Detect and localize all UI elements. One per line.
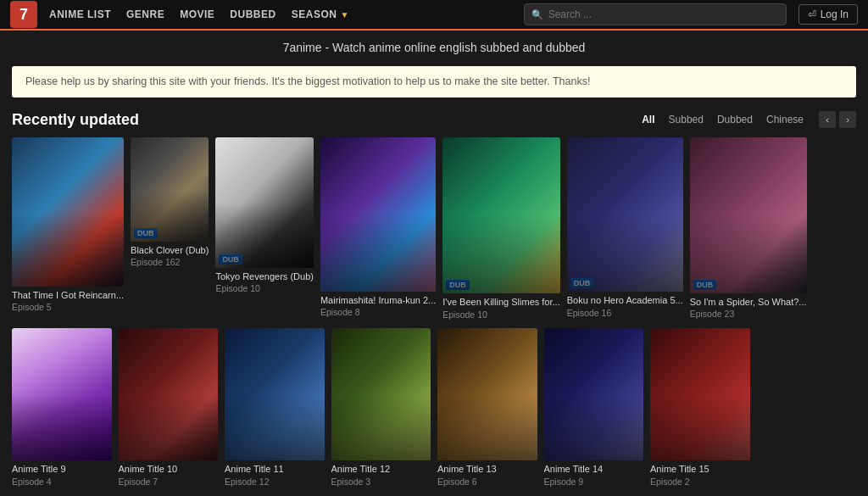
card-episode: Episode 6 <box>437 476 537 487</box>
card-title: Black Clover (Dub) <box>131 244 209 256</box>
card-info: Black Clover (Dub) Episode 162 <box>131 242 209 267</box>
card-title: Tokyo Revengers (Dub) <box>215 270 314 282</box>
site-logo[interactable]: 7 <box>10 1 37 28</box>
anime-card[interactable]: Anime Title 15 Episode 2 <box>650 328 750 487</box>
anime-card[interactable]: Anime Title 9 Episode 4 <box>12 328 112 487</box>
card-info: Anime Title 13 Episode 6 <box>437 460 537 486</box>
card-episode: Episode 16 <box>567 308 683 318</box>
card-title: I've Been Killing Slimes for... <box>442 296 559 308</box>
dub-badge: DUB <box>570 278 594 288</box>
nav-season[interactable]: SEASON ▼ <box>292 8 349 20</box>
anime-thumb: DUB <box>690 137 807 293</box>
thumb-inner <box>567 137 683 293</box>
card-info: Boku no Hero Academia 5... Episode 16 <box>567 292 683 317</box>
filter-subbed[interactable]: Subbed <box>665 112 707 127</box>
card-info: So I'm a Spider, So What?... Episode 23 <box>690 293 807 319</box>
anime-thumb <box>12 137 124 287</box>
anime-thumb <box>119 328 219 461</box>
card-info: That Time I Got Reincarn... Episode 5 <box>12 287 124 312</box>
anime-grid-row2: Anime Title 9 Episode 4 Anime Title 10 E… <box>12 328 856 487</box>
card-episode: Episode 2 <box>650 476 750 487</box>
filter-dubbed[interactable]: Dubbed <box>714 112 756 127</box>
card-info: Tokyo Revengers (Dub) Episode 10 <box>215 268 314 293</box>
anime-card[interactable]: DUB Black Clover (Dub) Episode 162 <box>131 137 209 320</box>
nav-anime-list[interactable]: ANIME LIST <box>49 8 111 20</box>
prev-arrow[interactable]: ‹ <box>819 111 836 128</box>
recently-updated-section: Recently updated All Subbed Dubbed Chine… <box>0 103 868 496</box>
card-info: Mairimashita! Iruma-kun 2... Episode 8 <box>320 292 436 317</box>
card-episode: Episode 8 <box>320 307 436 317</box>
next-arrow[interactable]: › <box>839 111 856 128</box>
filter-chinese[interactable]: Chinese <box>763 112 807 127</box>
card-title: Boku no Hero Academia 5... <box>567 294 683 306</box>
card-info: Anime Title 14 Episode 9 <box>544 460 644 486</box>
dub-badge: DUB <box>693 280 717 290</box>
anime-card[interactable]: Anime Title 10 Episode 7 <box>119 328 219 487</box>
dub-badge: DUB <box>219 254 242 265</box>
nav-genre[interactable]: GENRE <box>126 8 164 20</box>
site-title: 7anime - Watch anime online english subb… <box>0 31 868 61</box>
card-episode: Episode 4 <box>12 476 112 487</box>
navbar: 7 ANIME LIST GENRE MOVIE DUBBED SEASON ▼… <box>0 0 868 31</box>
card-episode: Episode 10 <box>215 283 314 293</box>
card-episode: Episode 3 <box>331 476 431 487</box>
anime-card[interactable]: Anime Title 13 Episode 6 <box>437 328 537 487</box>
card-episode: Episode 5 <box>12 302 124 312</box>
thumb-inner <box>650 328 750 461</box>
thumb-inner <box>225 328 325 461</box>
section-header: Recently updated All Subbed Dubbed Chine… <box>12 111 856 129</box>
login-button[interactable]: ⏎ Log In <box>798 4 858 25</box>
nav-movie[interactable]: MOVIE <box>180 8 214 20</box>
search-icon: 🔍 <box>531 9 543 20</box>
anime-card[interactable]: That Time I Got Reincarn... Episode 5 <box>12 137 124 320</box>
card-info: Anime Title 11 Episode 12 <box>225 460 325 486</box>
anime-card[interactable]: Anime Title 12 Episode 3 <box>331 328 431 487</box>
nav-links: ANIME LIST GENRE MOVIE DUBBED SEASON ▼ <box>49 8 349 20</box>
anime-thumb: DUB <box>215 137 314 268</box>
anime-card[interactable]: DUB I've Been Killing Slimes for... Epis… <box>442 137 559 320</box>
card-info: I've Been Killing Slimes for... Episode … <box>442 293 559 319</box>
section-title: Recently updated <box>12 111 139 129</box>
filter-tabs: All Subbed Dubbed Chinese ‹ › <box>638 111 856 128</box>
anime-card[interactable]: DUB So I'm a Spider, So What?... Episode… <box>690 137 807 320</box>
thumb-inner <box>331 328 431 461</box>
thumb-inner <box>12 137 124 287</box>
thumb-inner <box>119 328 219 461</box>
anime-thumb: DUB <box>131 137 209 242</box>
card-title: Mairimashita! Iruma-kun 2... <box>320 294 436 306</box>
anime-thumb <box>225 328 325 461</box>
anime-thumb: DUB <box>442 137 559 294</box>
card-title: Anime Title 15 <box>650 463 750 475</box>
dub-badge: DUB <box>446 280 470 290</box>
anime-grid-row1: That Time I Got Reincarn... Episode 5 DU… <box>12 137 856 320</box>
card-title: Anime Title 12 <box>331 463 431 475</box>
season-dropdown-icon: ▼ <box>340 10 348 20</box>
nav-arrows: ‹ › <box>819 111 856 128</box>
anime-thumb <box>12 328 112 461</box>
thumb-inner <box>442 137 559 294</box>
thumb-inner <box>437 328 537 461</box>
card-title: Anime Title 9 <box>12 463 112 475</box>
anime-card[interactable]: Mairimashita! Iruma-kun 2... Episode 8 <box>320 137 436 320</box>
card-info: Anime Title 10 Episode 7 <box>119 460 219 486</box>
anime-thumb: DUB <box>567 137 683 293</box>
card-episode: Episode 12 <box>225 476 325 487</box>
anime-card[interactable]: Anime Title 11 Episode 12 <box>225 328 325 487</box>
anime-card[interactable]: DUB Tokyo Revengers (Dub) Episode 10 <box>215 137 314 320</box>
anime-card[interactable]: Anime Title 14 Episode 9 <box>544 328 644 487</box>
nav-dubbed[interactable]: DUBBED <box>230 8 275 20</box>
card-episode: Episode 7 <box>119 476 219 487</box>
anime-thumb <box>320 137 436 292</box>
filter-all[interactable]: All <box>638 112 658 127</box>
card-info: Anime Title 15 Episode 2 <box>650 460 750 486</box>
anime-card[interactable]: DUB Boku no Hero Academia 5... Episode 1… <box>567 137 683 320</box>
thumb-inner <box>215 137 314 268</box>
card-title: That Time I Got Reincarn... <box>12 289 124 301</box>
thumb-inner <box>12 328 112 461</box>
search-input[interactable] <box>548 8 779 20</box>
card-episode: Episode 23 <box>690 309 807 319</box>
card-info: Anime Title 12 Episode 3 <box>331 460 431 486</box>
login-icon: ⏎ <box>808 8 816 20</box>
card-title: Anime Title 10 <box>119 463 219 475</box>
search-bar: 🔍 <box>524 3 787 25</box>
